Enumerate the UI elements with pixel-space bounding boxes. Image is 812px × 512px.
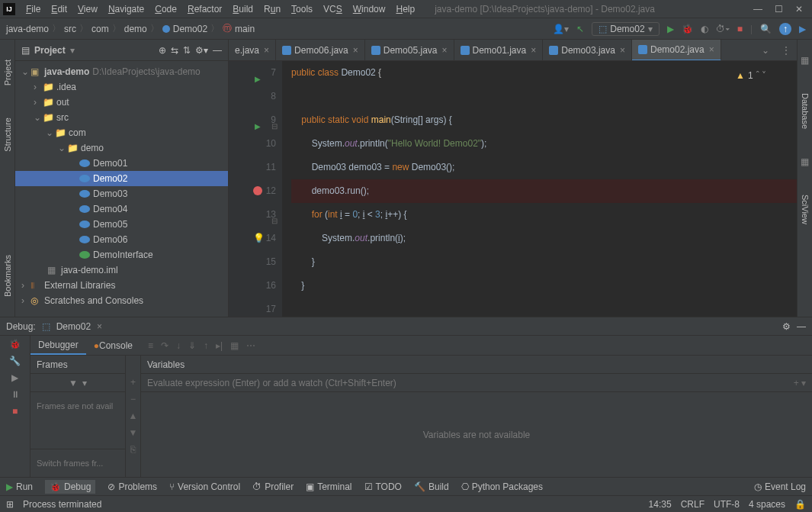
tree-com[interactable]: ⌄📁com — [15, 125, 228, 140]
update-icon[interactable]: ↑ — [779, 23, 791, 35]
crumb-project[interactable]: java-demo — [6, 24, 49, 34]
btm-vcs[interactable]: ⑂Version Control — [169, 481, 240, 492]
close-tab-icon[interactable]: × — [264, 45, 269, 56]
tab-demo06[interactable]: Demo06.java× — [276, 40, 365, 61]
close-tab-icon[interactable]: × — [620, 45, 625, 56]
eval-input[interactable]: Evaluate expression (Enter) or add a wat… — [141, 374, 812, 392]
crumb-class[interactable]: Demo02 — [173, 24, 207, 34]
profile-icon[interactable]: ⏱▾ — [716, 24, 730, 34]
stop-icon[interactable]: ■ — [737, 24, 743, 34]
btm-build[interactable]: 🔨Build — [414, 481, 449, 492]
tab-demo03[interactable]: Demo03.java× — [543, 40, 632, 61]
tree-src[interactable]: ⌄📁src — [15, 110, 228, 125]
run-gutter-icon[interactable]: ▶ — [255, 114, 261, 138]
btm-python[interactable]: ⎔Python Packages — [461, 481, 543, 492]
close-tab-icon[interactable]: × — [709, 44, 714, 55]
maximize-icon[interactable]: ☐ — [775, 4, 783, 14]
menu-build[interactable]: Build — [228, 2, 258, 16]
up-icon[interactable]: ▲ — [129, 411, 138, 421]
tab-demo01[interactable]: Demo01.java× — [454, 40, 544, 61]
vtab-database[interactable]: Database — [799, 89, 811, 134]
menu-vcs[interactable]: VCS — [319, 2, 347, 16]
menu-window[interactable]: Window — [348, 2, 390, 16]
tree-file-demo04[interactable]: Demo04 — [15, 201, 228, 217]
btm-problems[interactable]: ⊘Problems — [108, 481, 157, 492]
debug-hide-icon[interactable]: — — [797, 321, 806, 332]
close-tab-icon[interactable]: × — [442, 45, 448, 56]
hide-icon[interactable]: — — [213, 45, 222, 56]
tree-scratches[interactable]: ›◎Scratches and Consoles — [15, 293, 228, 308]
btm-run[interactable]: ▶Run — [6, 481, 33, 492]
search-icon[interactable]: 🔍 — [760, 24, 772, 34]
ide-tools-icon[interactable]: ▶ — [799, 24, 806, 34]
rerun-icon[interactable]: 🐞 — [9, 339, 21, 349]
menu-navigate[interactable]: Navigate — [104, 2, 149, 16]
menu-help[interactable]: Help — [391, 2, 419, 16]
fold-icon[interactable]: ⊟ — [271, 209, 278, 233]
copy-icon[interactable]: ⎘ — [130, 444, 136, 455]
tab-e[interactable]: e.java× — [229, 40, 276, 61]
run-icon[interactable]: ▶ — [667, 24, 674, 34]
menu-refactor[interactable]: Refactor — [183, 2, 226, 16]
btm-profiler[interactable]: ⏱Profiler — [252, 481, 294, 492]
close-tab-icon[interactable]: × — [353, 45, 358, 56]
down-icon[interactable]: ▼ — [129, 427, 138, 438]
tree-file-demo05[interactable]: Demo05 — [15, 217, 228, 232]
tree-root[interactable]: ⌄▣java-demoD:\IdeaProjects\java-demo — [15, 64, 228, 79]
close-icon[interactable]: ✕ — [795, 4, 803, 14]
status-window-icon[interactable]: ⊞ — [6, 499, 14, 510]
dropdown-icon[interactable]: ▾ — [82, 378, 87, 388]
add-user-icon[interactable]: 👤▾ — [553, 24, 569, 34]
run-to-cursor-icon[interactable]: ▸| — [216, 340, 223, 351]
sci-icon[interactable]: ▦ — [801, 156, 809, 167]
step-into-icon[interactable]: ↓ — [176, 340, 181, 351]
stop-debug-icon[interactable]: ■ — [12, 406, 18, 417]
vtab-sciview[interactable]: SciView — [799, 190, 811, 229]
crumb-method[interactable]: main — [235, 24, 255, 34]
step-out-icon[interactable]: ↑ — [204, 340, 208, 351]
run-gutter-icon[interactable]: ▶ — [255, 67, 261, 91]
intention-bulb-icon[interactable]: 💡 — [253, 227, 265, 250]
tab-dropdown-icon[interactable]: ⌄ — [756, 45, 775, 56]
status-lock-icon[interactable]: 🔒 — [794, 499, 806, 510]
btm-todo[interactable]: ☑TODO — [364, 481, 402, 492]
vtab-bookmarks[interactable]: Bookmarks — [2, 250, 14, 301]
btm-terminal[interactable]: ▣Terminal — [306, 481, 351, 492]
tab-demo05[interactable]: Demo05.java× — [365, 40, 454, 61]
select-opened-icon[interactable]: ⊕ — [159, 45, 166, 56]
debug-settings-icon[interactable]: ⚙ — [782, 321, 791, 332]
minimize-icon[interactable]: — — [753, 4, 762, 14]
run-config-selector[interactable]: ⬚ Demo02 ▾ — [592, 22, 659, 36]
remove-watch-icon[interactable]: − — [130, 394, 136, 404]
tab-demo02[interactable]: Demo02.java× — [632, 40, 721, 61]
settings-icon[interactable]: ⚙▾ — [195, 45, 208, 56]
tree-file-demointerface[interactable]: DemoInterface — [15, 247, 228, 262]
step-over-icon[interactable]: ↷ — [161, 340, 168, 351]
pause-icon[interactable]: ⏸ — [11, 389, 20, 400]
close-tab-icon[interactable]: × — [531, 45, 536, 56]
tree-ext-libs[interactable]: ›⫴External Libraries — [15, 278, 228, 293]
project-view-title[interactable]: Project — [34, 45, 66, 56]
expand-all-icon[interactable]: ⇆ — [171, 45, 178, 56]
code-editor[interactable]: 7▶ 8 9▶⊟ 10 11 12 13⊟ 14 15 16 17 ▲1ˆ ˅ … — [229, 61, 797, 317]
breakpoint-icon[interactable] — [253, 186, 262, 195]
add-watch-icon[interactable]: + — [130, 377, 136, 388]
eval-expr-icon[interactable]: ▦ — [230, 340, 239, 351]
menu-code[interactable]: Code — [150, 2, 181, 16]
project-view-dropdown-icon[interactable]: ▾ — [70, 45, 75, 56]
menu-file[interactable]: File — [21, 2, 45, 16]
vtab-structure[interactable]: Structure — [2, 113, 14, 156]
gutter[interactable]: 7▶ 8 9▶⊟ 10 11 12 13⊟ 14 15 16 17 — [229, 61, 282, 317]
trace-icon[interactable]: ⋯ — [246, 340, 255, 351]
vtab-project[interactable]: Project — [2, 55, 14, 90]
console-tab[interactable]: ●Console — [86, 337, 140, 354]
menu-run[interactable]: Run — [259, 2, 285, 16]
tab-more-icon[interactable]: ⋮ — [775, 45, 797, 56]
modify-run-icon[interactable]: 🔧 — [9, 356, 21, 366]
tree-file-demo03[interactable]: Demo03 — [15, 186, 228, 201]
db-icon[interactable]: ▦ — [801, 55, 809, 66]
tree-out[interactable]: ›📁out — [15, 95, 228, 110]
menu-tools[interactable]: Tools — [287, 2, 317, 16]
status-time[interactable]: 14:35 — [649, 499, 672, 510]
status-indent[interactable]: 4 spaces — [749, 499, 785, 510]
